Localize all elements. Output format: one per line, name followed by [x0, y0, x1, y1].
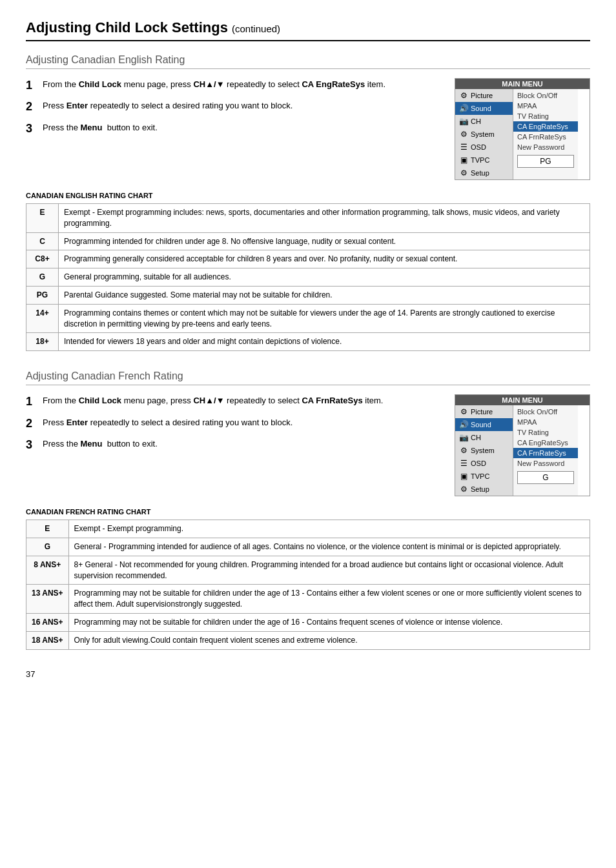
section2-step1: 1 From the Child Lock menu page, press C…	[26, 394, 442, 409]
ch-icon-2: 📷	[459, 433, 468, 442]
tvpc-icon-2: ▣	[459, 472, 468, 481]
table-row: 8 ANS+ 8+ General - Not recommended for …	[26, 556, 590, 585]
menu1-selected-value: PG	[517, 155, 574, 168]
step2: 2 Press Enter repeatedly to select a des…	[26, 99, 442, 114]
rating-desc: Exempt - Exempt programming includes: ne…	[59, 204, 590, 233]
rating-code: C	[26, 232, 59, 250]
menu1-right-cafrn: CA FrnRateSys	[513, 132, 578, 142]
menu1-sound-label: Sound	[471, 105, 491, 112]
rating-code: E	[26, 520, 69, 538]
rating-code: 16 ANS+	[26, 613, 69, 631]
menu1-picture-label: Picture	[471, 92, 493, 99]
step1: 1 From the Child Lock menu page, press C…	[26, 78, 442, 93]
rating-desc: Exempt - Exempt programming.	[68, 520, 590, 538]
rating-code: 18+	[26, 333, 59, 351]
section2-heading: Adjusting Canadian French Rating	[26, 370, 590, 385]
rating-desc: 8+ General - Not recommended for young c…	[68, 556, 590, 585]
menu1-item-ch: 📷 CH	[455, 115, 513, 128]
rating-code: C8+	[26, 250, 59, 268]
menu1-item-system: ⚙ System	[455, 128, 513, 141]
page-number: 37	[26, 669, 590, 679]
rating-desc: Only for adult viewing.Could contain fre…	[68, 631, 590, 649]
menu1-item-picture: ⚙ Picture	[455, 89, 513, 102]
sound-icon: 🔊	[459, 104, 468, 113]
step2-number: 2	[26, 99, 37, 114]
menu2-ch-label: CH	[471, 434, 481, 441]
main-menu-1: MAIN MENU ⚙ Picture 🔊 Sound 📷 CH	[455, 78, 590, 180]
rating-code: G	[26, 268, 59, 287]
table-row: E Exempt - Exempt programming.	[26, 520, 590, 538]
menu2-item-setup: ⚙ Setup	[455, 483, 513, 496]
menu1-right-mpaa: MPAA	[513, 101, 578, 111]
table-row: C8+ Programming generally considered acc…	[26, 250, 590, 268]
rating-code: 13 ANS+	[26, 585, 69, 614]
menu1-osd-label: OSD	[471, 143, 486, 151]
section2-rating-table: E Exempt - Exempt programming. G General…	[26, 520, 590, 649]
picture-icon-2: ⚙	[459, 407, 468, 416]
menu2-item-tvpc: ▣ TVPC	[455, 470, 513, 483]
menu2-tvpc-label: TVPC	[471, 472, 489, 480]
section1-content: 1 From the Child Lock menu page, press C…	[26, 78, 590, 180]
section2-step3-number: 3	[26, 438, 37, 452]
rating-desc: Programming intended for children under …	[59, 232, 590, 250]
section2-content: 1 From the Child Lock menu page, press C…	[26, 394, 590, 496]
menu2-right-blockon: Block On/Off	[513, 407, 578, 417]
osd-icon-2: ☰	[459, 459, 468, 468]
table-row: 18 ANS+ Only for adult viewing.Could con…	[26, 631, 590, 649]
table-row: E Exempt - Exempt programming includes: …	[26, 204, 590, 233]
rating-desc: General programming, suitable for all au…	[59, 268, 590, 287]
section1-heading: Adjusting Canadian English Rating	[26, 54, 590, 69]
step1-number: 1	[26, 78, 37, 93]
continued-text: (continued)	[232, 23, 280, 34]
menu1-item-sound: 🔊 Sound	[455, 102, 513, 115]
section1-chart-heading: CANADIAN ENGLISH RATING CHART	[26, 192, 590, 199]
menu1-right-tvrating: TV Rating	[513, 111, 578, 121]
menu1-title: MAIN MENU	[455, 79, 590, 89]
menu1-right-newpass: New Password	[513, 142, 578, 152]
menu1-item-setup: ⚙ Setup	[455, 167, 513, 179]
rating-desc: General - Programming intended for audie…	[68, 538, 590, 556]
sound-icon-2: 🔊	[459, 420, 468, 429]
section-french-rating: Adjusting Canadian French Rating 1 From …	[26, 370, 590, 649]
page-title: Adjusting Child Lock Settings (continued…	[26, 19, 590, 41]
step3-text: Press the Menu button to exit.	[43, 121, 158, 134]
rating-desc: Programming may not be suitable for chil…	[68, 613, 590, 631]
main-menu-2: MAIN MENU ⚙ Picture 🔊 Sound 📷 CH	[455, 394, 590, 496]
table-row: 16 ANS+ Programming may not be suitable …	[26, 613, 590, 631]
table-row: PG Parental Guidance suggested. Some mat…	[26, 286, 590, 304]
ch-icon: 📷	[459, 117, 468, 126]
menu1-ch-label: CH	[471, 117, 481, 125]
menu1-right-caeng: CA EngRateSys	[513, 121, 578, 132]
menu2-item-ch: 📷 CH	[455, 431, 513, 444]
menu2-selected-value: G	[517, 471, 574, 484]
table-row: C Programming intended for children unde…	[26, 232, 590, 250]
menu2-system-label: System	[471, 447, 495, 454]
rating-desc: Programming may not be suitable for chil…	[68, 585, 590, 614]
rating-code: E	[26, 204, 59, 233]
section2-step2-number: 2	[26, 416, 37, 431]
menu2-sound-label: Sound	[471, 421, 491, 429]
menu1-item-osd: ☰ OSD	[455, 141, 513, 154]
menu2-left: ⚙ Picture 🔊 Sound 📷 CH ⚙ System	[455, 405, 513, 496]
menu1-item-tvpc: ▣ TVPC	[455, 154, 513, 167]
menu2-item-osd: ☰ OSD	[455, 457, 513, 470]
menu2-right-newpass: New Password	[513, 458, 578, 469]
section1-steps: 1 From the Child Lock menu page, press C…	[26, 78, 442, 180]
rating-desc: Intended for viewers 18 years and older …	[59, 333, 590, 351]
rating-desc: Parental Guidance suggested. Some materi…	[59, 286, 590, 304]
menu2-right-mpaa: MPAA	[513, 417, 578, 427]
menu2-picture-label: Picture	[471, 408, 493, 416]
menu2-item-sound: 🔊 Sound	[455, 418, 513, 431]
rating-code: 8 ANS+	[26, 556, 69, 585]
section2-step3-text: Press the Menu button to exit.	[43, 438, 158, 450]
title-text: Adjusting Child Lock Settings	[26, 19, 228, 35]
step2-text: Press Enter repeatedly to select a desir…	[43, 99, 293, 112]
menu1-system-label: System	[471, 130, 495, 138]
menu2-right-caeng: CA EngRateSys	[513, 438, 578, 448]
menu2-item-system: ⚙ System	[455, 444, 513, 457]
step3-number: 3	[26, 121, 37, 136]
menu2-right: Block On/Off MPAA TV Rating CA EngRateSy…	[513, 405, 578, 496]
table-row: 13 ANS+ Programming may not be suitable …	[26, 585, 590, 614]
section2-step2-text: Press Enter repeatedly to select a desir…	[43, 416, 293, 429]
picture-icon: ⚙	[459, 91, 468, 100]
